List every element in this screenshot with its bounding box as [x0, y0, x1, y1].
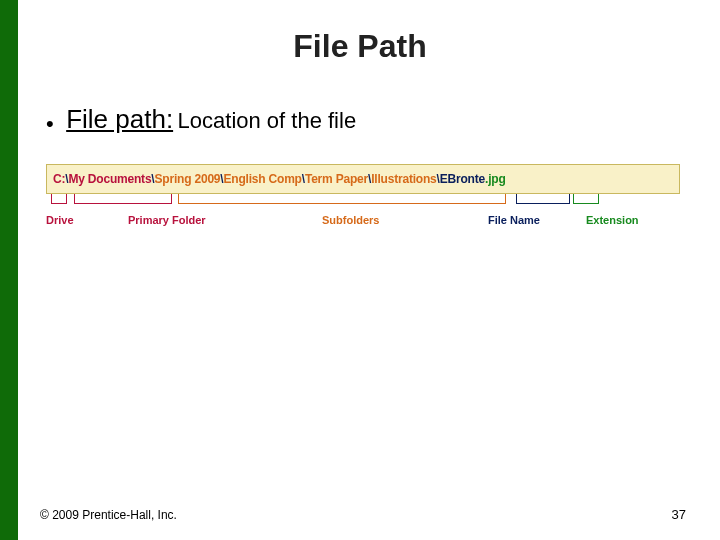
label-primary: Primary Folder — [128, 214, 206, 226]
bracket-subfolders — [178, 194, 506, 204]
label-drive: Drive — [46, 214, 74, 226]
bracket-drive — [51, 194, 67, 204]
seg-drive: C: — [53, 172, 65, 186]
seg-sub2: English Comp — [223, 172, 301, 186]
seg-filename: EBronte — [440, 172, 485, 186]
seg-sub3: Term Paper — [305, 172, 368, 186]
bracket-extension — [573, 194, 599, 204]
slide-title: File Path — [0, 28, 720, 65]
seg-sub1: Spring 2009 — [155, 172, 221, 186]
bracket-filename — [516, 194, 570, 204]
seg-primary: My Documents — [68, 172, 151, 186]
bullet-desc: Location of the file — [178, 108, 357, 133]
copyright-text: © 2009 Prentice-Hall, Inc. — [40, 508, 177, 522]
bracket-primary — [74, 194, 172, 204]
bullet-marker: • — [46, 111, 54, 137]
path-box: C: \ My Documents \ Spring 2009 \ Englis… — [46, 164, 680, 194]
seg-sub4: Illustrations — [371, 172, 436, 186]
path-diagram: C: \ My Documents \ Spring 2009 \ Englis… — [46, 164, 680, 242]
bullet-term: File path: — [66, 104, 173, 134]
label-subfolders: Subfolders — [322, 214, 379, 226]
bullet-line: • File path: Location of the file — [46, 104, 356, 137]
label-filename: File Name — [488, 214, 540, 226]
page-number: 37 — [672, 507, 686, 522]
side-accent-bar — [0, 0, 18, 540]
seg-ext: .jpg — [485, 172, 506, 186]
label-extension: Extension — [586, 214, 639, 226]
